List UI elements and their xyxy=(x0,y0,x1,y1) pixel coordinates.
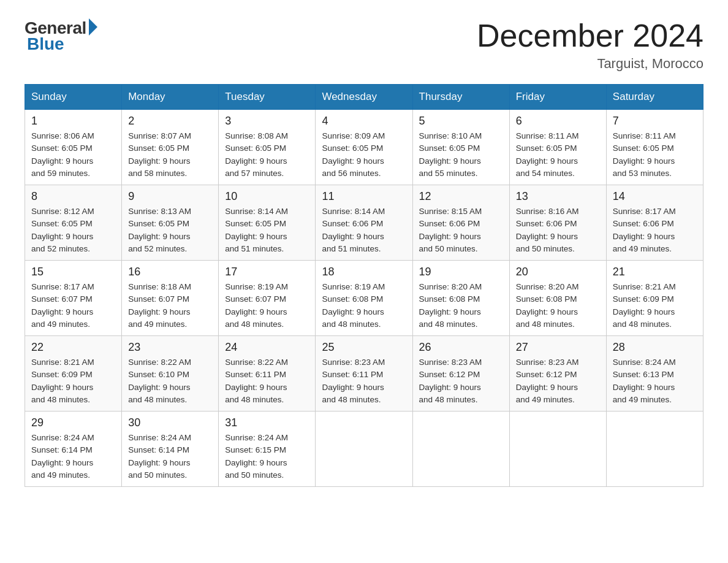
day-number: 28 xyxy=(613,341,697,354)
calendar-cell: 30 Sunrise: 8:24 AM Sunset: 6:14 PM Dayl… xyxy=(122,412,219,487)
calendar-cell: 18 Sunrise: 8:19 AM Sunset: 6:08 PM Dayl… xyxy=(316,261,412,336)
day-info: Sunrise: 8:08 AM Sunset: 6:05 PM Dayligh… xyxy=(225,130,309,180)
month-title: December 2024 xyxy=(477,18,703,53)
week-row-4: 22 Sunrise: 8:21 AM Sunset: 6:09 PM Dayl… xyxy=(25,336,703,412)
day-number: 22 xyxy=(31,341,115,354)
day-info: Sunrise: 8:15 AM Sunset: 6:06 PM Dayligh… xyxy=(419,205,503,255)
day-info: Sunrise: 8:24 AM Sunset: 6:14 PM Dayligh… xyxy=(128,432,212,481)
calendar-cell: 1 Sunrise: 8:06 AM Sunset: 6:05 PM Dayli… xyxy=(25,110,122,185)
day-number: 6 xyxy=(516,115,600,128)
calendar-cell: 16 Sunrise: 8:18 AM Sunset: 6:07 PM Dayl… xyxy=(122,261,219,336)
header-thursday: Thursday xyxy=(412,85,509,110)
day-number: 11 xyxy=(322,190,406,203)
day-info: Sunrise: 8:22 AM Sunset: 6:10 PM Dayligh… xyxy=(128,356,212,406)
calendar-cell: 20 Sunrise: 8:20 AM Sunset: 6:08 PM Dayl… xyxy=(509,261,606,336)
day-info: Sunrise: 8:06 AM Sunset: 6:05 PM Dayligh… xyxy=(31,130,115,180)
day-number: 16 xyxy=(128,266,212,278)
header-wednesday: Wednesday xyxy=(316,85,412,110)
day-info: Sunrise: 8:22 AM Sunset: 6:11 PM Dayligh… xyxy=(225,356,309,406)
day-info: Sunrise: 8:13 AM Sunset: 6:05 PM Dayligh… xyxy=(128,205,212,255)
calendar-cell: 22 Sunrise: 8:21 AM Sunset: 6:09 PM Dayl… xyxy=(25,336,122,412)
day-info: Sunrise: 8:10 AM Sunset: 6:05 PM Dayligh… xyxy=(419,130,503,180)
calendar-cell: 2 Sunrise: 8:07 AM Sunset: 6:05 PM Dayli… xyxy=(122,110,219,185)
day-number: 12 xyxy=(419,190,503,203)
day-number: 24 xyxy=(225,341,309,354)
day-info: Sunrise: 8:21 AM Sunset: 6:09 PM Dayligh… xyxy=(613,281,697,331)
day-number: 20 xyxy=(516,266,600,278)
logo: General Blue xyxy=(25,18,97,54)
calendar-cell: 19 Sunrise: 8:20 AM Sunset: 6:08 PM Dayl… xyxy=(412,261,509,336)
calendar-cell: 28 Sunrise: 8:24 AM Sunset: 6:13 PM Dayl… xyxy=(606,336,703,412)
day-number: 1 xyxy=(31,115,115,128)
day-number: 14 xyxy=(613,190,697,203)
week-row-5: 29 Sunrise: 8:24 AM Sunset: 6:14 PM Dayl… xyxy=(25,412,703,487)
day-info: Sunrise: 8:07 AM Sunset: 6:05 PM Dayligh… xyxy=(128,130,212,180)
calendar-cell: 13 Sunrise: 8:16 AM Sunset: 6:06 PM Dayl… xyxy=(509,185,606,261)
day-info: Sunrise: 8:23 AM Sunset: 6:12 PM Dayligh… xyxy=(419,356,503,406)
day-number: 23 xyxy=(128,341,212,354)
day-number: 30 xyxy=(128,416,212,429)
day-number: 31 xyxy=(225,416,309,429)
day-number: 2 xyxy=(128,115,212,128)
day-number: 21 xyxy=(613,266,697,278)
day-info: Sunrise: 8:19 AM Sunset: 6:08 PM Dayligh… xyxy=(322,281,406,331)
header-monday: Monday xyxy=(122,85,219,110)
title-block: December 2024 Targuist, Morocco xyxy=(477,18,703,72)
calendar-cell: 7 Sunrise: 8:11 AM Sunset: 6:05 PM Dayli… xyxy=(606,110,703,185)
calendar-cell: 4 Sunrise: 8:09 AM Sunset: 6:05 PM Dayli… xyxy=(316,110,412,185)
day-info: Sunrise: 8:12 AM Sunset: 6:05 PM Dayligh… xyxy=(31,205,115,255)
calendar-cell: 21 Sunrise: 8:21 AM Sunset: 6:09 PM Dayl… xyxy=(606,261,703,336)
day-info: Sunrise: 8:20 AM Sunset: 6:08 PM Dayligh… xyxy=(516,281,600,331)
calendar-cell xyxy=(316,412,412,487)
header-tuesday: Tuesday xyxy=(219,85,316,110)
calendar-cell: 12 Sunrise: 8:15 AM Sunset: 6:06 PM Dayl… xyxy=(412,185,509,261)
day-number: 13 xyxy=(516,190,600,203)
calendar-cell: 6 Sunrise: 8:11 AM Sunset: 6:05 PM Dayli… xyxy=(509,110,606,185)
day-info: Sunrise: 8:16 AM Sunset: 6:06 PM Dayligh… xyxy=(516,205,600,255)
calendar-cell: 15 Sunrise: 8:17 AM Sunset: 6:07 PM Dayl… xyxy=(25,261,122,336)
day-number: 19 xyxy=(419,266,503,278)
day-number: 18 xyxy=(322,266,406,278)
calendar-cell xyxy=(412,412,509,487)
week-row-3: 15 Sunrise: 8:17 AM Sunset: 6:07 PM Dayl… xyxy=(25,261,703,336)
header-sunday: Sunday xyxy=(25,85,122,110)
day-number: 15 xyxy=(31,266,115,278)
day-info: Sunrise: 8:23 AM Sunset: 6:12 PM Dayligh… xyxy=(516,356,600,406)
calendar-cell: 27 Sunrise: 8:23 AM Sunset: 6:12 PM Dayl… xyxy=(509,336,606,412)
calendar-cell: 25 Sunrise: 8:23 AM Sunset: 6:11 PM Dayl… xyxy=(316,336,412,412)
calendar-cell: 14 Sunrise: 8:17 AM Sunset: 6:06 PM Dayl… xyxy=(606,185,703,261)
day-info: Sunrise: 8:09 AM Sunset: 6:05 PM Dayligh… xyxy=(322,130,406,180)
week-row-1: 1 Sunrise: 8:06 AM Sunset: 6:05 PM Dayli… xyxy=(25,110,703,185)
day-number: 10 xyxy=(225,190,309,203)
page-header: General Blue December 2024 Targuist, Mor… xyxy=(25,18,703,72)
calendar-cell: 26 Sunrise: 8:23 AM Sunset: 6:12 PM Dayl… xyxy=(412,336,509,412)
day-number: 25 xyxy=(322,341,406,354)
calendar-cell: 3 Sunrise: 8:08 AM Sunset: 6:05 PM Dayli… xyxy=(219,110,316,185)
calendar-cell xyxy=(606,412,703,487)
day-number: 17 xyxy=(225,266,309,278)
day-number: 8 xyxy=(31,190,115,203)
day-info: Sunrise: 8:11 AM Sunset: 6:05 PM Dayligh… xyxy=(613,130,697,180)
day-info: Sunrise: 8:11 AM Sunset: 6:05 PM Dayligh… xyxy=(516,130,600,180)
day-info: Sunrise: 8:20 AM Sunset: 6:08 PM Dayligh… xyxy=(419,281,503,331)
day-number: 29 xyxy=(31,416,115,429)
week-row-2: 8 Sunrise: 8:12 AM Sunset: 6:05 PM Dayli… xyxy=(25,185,703,261)
calendar-cell: 10 Sunrise: 8:14 AM Sunset: 6:05 PM Dayl… xyxy=(219,185,316,261)
day-info: Sunrise: 8:24 AM Sunset: 6:14 PM Dayligh… xyxy=(31,432,115,481)
day-info: Sunrise: 8:17 AM Sunset: 6:07 PM Dayligh… xyxy=(31,281,115,331)
day-number: 5 xyxy=(419,115,503,128)
day-info: Sunrise: 8:19 AM Sunset: 6:07 PM Dayligh… xyxy=(225,281,309,331)
day-info: Sunrise: 8:14 AM Sunset: 6:06 PM Dayligh… xyxy=(322,205,406,255)
day-info: Sunrise: 8:23 AM Sunset: 6:11 PM Dayligh… xyxy=(322,356,406,406)
day-info: Sunrise: 8:21 AM Sunset: 6:09 PM Dayligh… xyxy=(31,356,115,406)
day-number: 26 xyxy=(419,341,503,354)
calendar-cell: 29 Sunrise: 8:24 AM Sunset: 6:14 PM Dayl… xyxy=(25,412,122,487)
header-saturday: Saturday xyxy=(606,85,703,110)
calendar-cell: 8 Sunrise: 8:12 AM Sunset: 6:05 PM Dayli… xyxy=(25,185,122,261)
calendar-cell: 17 Sunrise: 8:19 AM Sunset: 6:07 PM Dayl… xyxy=(219,261,316,336)
day-number: 9 xyxy=(128,190,212,203)
logo-blue-text: Blue xyxy=(25,34,64,54)
day-info: Sunrise: 8:18 AM Sunset: 6:07 PM Dayligh… xyxy=(128,281,212,331)
calendar-cell: 31 Sunrise: 8:24 AM Sunset: 6:15 PM Dayl… xyxy=(219,412,316,487)
calendar-cell: 24 Sunrise: 8:22 AM Sunset: 6:11 PM Dayl… xyxy=(219,336,316,412)
